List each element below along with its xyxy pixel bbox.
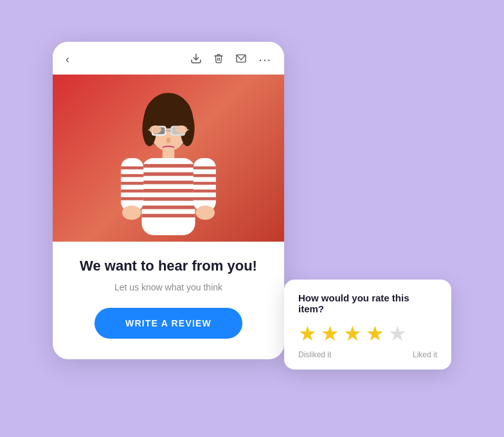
delete-icon[interactable] <box>213 53 224 67</box>
rating-card: How would you rate this item? ★ ★ ★ ★ ★ … <box>284 280 451 370</box>
svg-rect-28 <box>121 190 143 193</box>
more-icon[interactable]: ··· <box>258 52 271 67</box>
main-card: ‹ <box>53 42 284 359</box>
svg-rect-32 <box>194 166 216 170</box>
product-image-bg <box>53 75 284 242</box>
svg-rect-16 <box>141 158 195 235</box>
liked-label: Liked it <box>413 350 437 359</box>
star-4[interactable]: ★ <box>366 323 384 344</box>
svg-rect-29 <box>121 197 143 201</box>
svg-point-37 <box>195 206 215 220</box>
email-icon[interactable] <box>235 54 247 66</box>
svg-rect-19 <box>141 181 195 184</box>
svg-rect-18 <box>141 172 195 176</box>
svg-point-30 <box>122 206 141 220</box>
svg-point-14 <box>166 138 170 143</box>
star-2[interactable]: ★ <box>321 323 339 344</box>
svg-rect-21 <box>141 197 195 201</box>
rating-question: How would you rate this item? <box>298 292 437 314</box>
svg-rect-22 <box>141 206 195 210</box>
star-3[interactable]: ★ <box>343 323 362 344</box>
svg-rect-33 <box>194 174 216 177</box>
scene: ‹ <box>53 29 451 408</box>
stars-row: ★ ★ ★ ★ ★ <box>298 323 437 344</box>
back-button[interactable]: ‹ <box>66 53 69 66</box>
svg-rect-20 <box>141 189 195 193</box>
svg-rect-27 <box>121 182 143 185</box>
svg-point-38 <box>149 125 161 134</box>
svg-rect-36 <box>194 197 216 201</box>
svg-rect-35 <box>194 190 216 193</box>
card-toolbar: ‹ <box>53 42 284 75</box>
write-review-button[interactable]: WRITE A REVIEW <box>94 308 242 339</box>
star-5[interactable]: ★ <box>388 323 407 344</box>
star-1[interactable]: ★ <box>298 323 317 344</box>
card-content: We want to hear from you! Let us know wh… <box>53 242 284 339</box>
svg-point-39 <box>176 125 187 134</box>
svg-rect-26 <box>121 174 143 177</box>
product-image <box>53 75 284 242</box>
svg-rect-17 <box>141 164 195 168</box>
svg-rect-23 <box>141 214 195 218</box>
rating-labels: Disliked it Liked it <box>298 350 437 359</box>
headline: We want to hear from you! <box>73 257 264 276</box>
svg-rect-25 <box>121 166 143 170</box>
disliked-label: Disliked it <box>298 350 331 359</box>
toolbar-actions: ··· <box>190 52 271 67</box>
svg-rect-34 <box>194 182 216 185</box>
subtext: Let us know what you think <box>73 282 264 292</box>
download-icon[interactable] <box>190 53 202 67</box>
